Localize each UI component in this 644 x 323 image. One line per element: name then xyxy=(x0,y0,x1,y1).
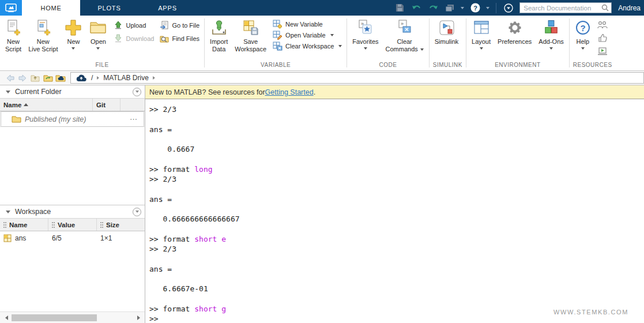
new-button[interactable]: New xyxy=(62,17,85,51)
ws-column-name[interactable]: Name xyxy=(0,219,48,231)
row-actions-ellipsis[interactable]: ⋯ xyxy=(130,115,141,123)
help-button[interactable]: ? Help xyxy=(572,17,594,51)
address-breadcrumb-bar[interactable]: / MATLAB Drive xyxy=(70,72,644,84)
scrollbar-thumb[interactable] xyxy=(12,314,97,321)
ws-row-size: 1×1 xyxy=(100,234,112,242)
simulink-label: Simulink xyxy=(435,38,459,46)
go-to-file-button[interactable]: Go to File xyxy=(160,21,199,30)
cloud-folder-icon[interactable] xyxy=(54,72,67,84)
open-button[interactable]: Open xyxy=(86,17,110,51)
new-script-label-2: Script xyxy=(5,46,21,53)
tab-apps[interactable]: APPS xyxy=(138,0,197,16)
search-documentation-box xyxy=(519,2,612,13)
console-output[interactable]: >> 2/3 ans = 0.6667 >> format long>> 2/3… xyxy=(145,99,644,323)
go-to-file-icon xyxy=(160,21,169,30)
import-data-button[interactable]: Import Data xyxy=(207,17,231,54)
back-button[interactable] xyxy=(3,72,16,84)
tab-home[interactable]: HOME xyxy=(22,0,80,16)
clear-commands-label-1: Clear xyxy=(397,38,412,46)
console-text: ans = xyxy=(149,265,172,273)
command-window[interactable]: New to MATLAB? See resources for Getting… xyxy=(145,85,644,323)
notice-text: New to MATLAB? See resources for xyxy=(149,88,265,96)
upload-button[interactable]: Upload xyxy=(114,21,154,30)
help-quick-icon[interactable]: ? xyxy=(469,2,481,14)
scroll-right-icon[interactable] xyxy=(134,314,142,322)
new-live-script-icon xyxy=(35,18,52,37)
community-button[interactable] xyxy=(596,19,609,31)
find-files-button[interactable]: Find Files xyxy=(160,34,199,43)
clear-workspace-label: Clear Workspace xyxy=(285,43,334,50)
sidebar-horizontal-scrollbar[interactable] xyxy=(0,311,145,323)
svg-text:?: ? xyxy=(473,5,477,12)
search-icon[interactable] xyxy=(601,4,609,12)
clear-workspace-button[interactable]: Clear Workspace xyxy=(273,42,342,51)
download-button[interactable]: Download xyxy=(114,34,154,43)
new-script-label-1: New xyxy=(7,38,20,46)
learn-matlab-button[interactable] xyxy=(596,46,609,57)
matlab-logo[interactable] xyxy=(0,0,22,16)
workspace-header: Workspace xyxy=(0,205,145,219)
tab-plots[interactable]: PLOTS xyxy=(80,0,138,16)
simulink-button[interactable]: Simulink xyxy=(432,17,462,47)
current-folder-column-headers: Name Git xyxy=(0,99,145,111)
current-folder-header: Current Folder xyxy=(0,85,145,99)
search-documentation-input[interactable] xyxy=(522,4,601,12)
new-variable-button[interactable]: New Variable xyxy=(273,20,342,29)
preferences-button[interactable]: Preferences xyxy=(495,17,534,47)
preferences-gear-icon xyxy=(507,18,523,37)
ws-column-value[interactable]: Value xyxy=(48,219,97,231)
collapse-panel-icon[interactable] xyxy=(6,91,10,93)
windows-layout-caret-icon[interactable] xyxy=(461,7,464,9)
open-variable-icon xyxy=(273,31,283,40)
column-name-label: Name xyxy=(3,102,21,108)
column-header-git[interactable]: Git xyxy=(93,99,120,111)
column-header-name[interactable]: Name xyxy=(0,99,93,111)
console-line: >> 2/3 xyxy=(149,104,644,114)
workspace-title: Workspace xyxy=(15,208,133,216)
feedback-button[interactable] xyxy=(596,32,609,44)
forward-button[interactable] xyxy=(16,72,29,84)
scroll-left-icon[interactable] xyxy=(2,314,10,322)
section-label-environment: ENVIRONMENT xyxy=(466,62,569,70)
new-script-icon xyxy=(5,18,21,37)
collapse-ribbon-icon[interactable] xyxy=(503,2,514,14)
addons-button[interactable]: Add-Ons xyxy=(536,17,566,51)
clear-commands-button[interactable]: » Clear Commands xyxy=(383,17,427,54)
refresh-folder-icon[interactable] xyxy=(42,72,54,84)
ws-column-size[interactable]: Size xyxy=(97,219,145,231)
ribbon-section-simulink: Simulink SIMULINK xyxy=(430,16,466,70)
layout-button[interactable]: Layout xyxy=(469,17,494,51)
panel-menu-icon[interactable] xyxy=(133,88,141,96)
redo-icon[interactable] xyxy=(427,2,439,14)
scrollbar-track[interactable] xyxy=(10,314,134,321)
undo-icon[interactable] xyxy=(410,2,422,14)
breadcrumb-chevron-icon[interactable] xyxy=(153,76,155,80)
folder-row-published[interactable]: Published (my site) ⋯ xyxy=(1,112,144,126)
save-icon[interactable] xyxy=(394,2,405,14)
ws-size-label: Size xyxy=(106,221,119,228)
open-icon xyxy=(89,18,107,37)
breadcrumb-root[interactable]: / xyxy=(91,74,93,82)
workspace-row-ans[interactable]: ans 6/5 1×1 xyxy=(0,231,145,245)
save-workspace-button[interactable]: Save Workspace xyxy=(232,17,269,54)
windows-layout-icon[interactable] xyxy=(444,2,455,14)
new-script-button[interactable]: New Script xyxy=(2,17,24,54)
getting-started-link[interactable]: Getting Started xyxy=(265,88,314,96)
workspace-column-headers: Name Value Size xyxy=(0,219,145,231)
user-name[interactable]: Andrea xyxy=(618,4,641,12)
up-one-level-icon[interactable] xyxy=(29,72,42,84)
breadcrumb-matlab-drive[interactable]: MATLAB Drive xyxy=(103,74,148,82)
console-line xyxy=(149,134,644,144)
console-line xyxy=(149,154,644,164)
help-quick-caret-icon[interactable] xyxy=(486,7,489,9)
new-live-script-button[interactable]: New Live Script xyxy=(25,17,61,54)
layout-icon xyxy=(473,18,490,37)
download-icon xyxy=(114,34,123,43)
console-line: 0.666666666666667 xyxy=(149,214,644,224)
open-variable-button[interactable]: Open Variable xyxy=(273,31,342,40)
column-header-extra[interactable] xyxy=(120,99,145,111)
ribbon-section-variable: Import Data Save Workspace New Variable … xyxy=(205,16,347,70)
panel-menu-icon[interactable] xyxy=(133,208,141,216)
favorites-button[interactable]: » Favorites xyxy=(349,17,381,51)
collapse-panel-icon[interactable] xyxy=(6,211,10,213)
